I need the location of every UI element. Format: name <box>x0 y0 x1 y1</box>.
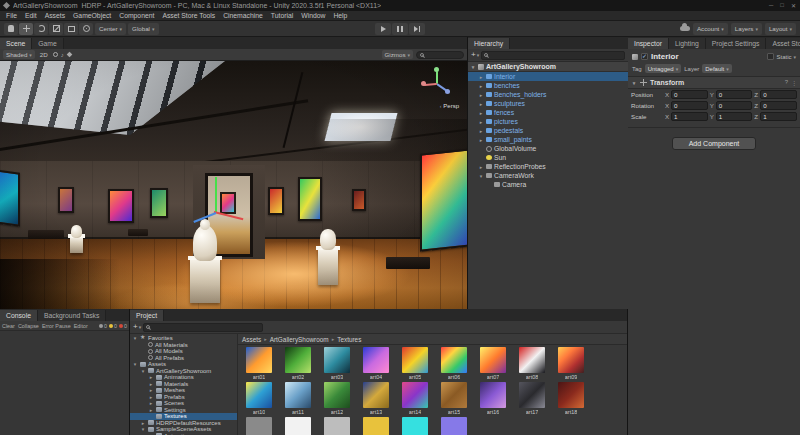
rect-tool-button[interactable] <box>64 23 78 35</box>
asset-tile[interactable]: art11 <box>280 382 316 415</box>
asset-tile[interactable]: art02 <box>280 347 316 380</box>
asset-tile[interactable]: art09 <box>553 347 589 380</box>
asset-tile[interactable]: art05 <box>397 347 433 380</box>
panel-tab[interactable]: Game <box>32 38 64 49</box>
create-object-button[interactable]: +▾ <box>471 51 479 59</box>
scene-root-row[interactable]: ▾ ArtGalleryShowroom <box>468 62 628 72</box>
panel-tab[interactable]: Project <box>130 310 164 321</box>
expand-arrow-icon[interactable]: ▸ <box>478 110 484 116</box>
panel-tab[interactable]: Project Settings <box>706 38 767 49</box>
expand-arrow-icon[interactable]: ▸ <box>148 407 154 413</box>
cloud-services-icon[interactable] <box>680 26 690 31</box>
asset-tile[interactable]: art06 <box>436 347 472 380</box>
expand-arrow-icon[interactable]: ▾ <box>140 426 146 432</box>
gizmos-dropdown[interactable]: Gizmos▾ <box>382 50 414 59</box>
expand-arrow-icon[interactable]: ▾ <box>470 64 476 70</box>
asset-tile[interactable]: art08 <box>514 347 550 380</box>
layout-dropdown[interactable]: Layout▾ <box>765 23 796 35</box>
expand-arrow-icon[interactable]: ▸ <box>478 137 484 143</box>
z-value-field[interactable]: 0 <box>760 101 797 110</box>
console-toolbar-button[interactable]: Collapse <box>18 323 39 329</box>
hand-tool-button[interactable] <box>4 23 18 35</box>
hierarchy-item[interactable]: ▸ Interior <box>468 72 628 81</box>
menu-item[interactable]: Help <box>329 12 351 19</box>
scale-tool-button[interactable] <box>49 23 63 35</box>
asset-tile[interactable]: art15 <box>436 382 472 415</box>
step-button[interactable] <box>409 23 425 35</box>
panel-tab[interactable]: Console <box>0 310 38 321</box>
asset-tile[interactable]: art01 <box>241 347 277 380</box>
asset-tile[interactable]: art13 <box>358 382 394 415</box>
asset-tile[interactable]: art04 <box>358 347 394 380</box>
menu-item[interactable]: Assets <box>41 12 69 19</box>
expand-arrow-icon[interactable]: ▸ <box>148 381 154 387</box>
space-toggle-button[interactable]: Global▾ <box>128 23 158 35</box>
menu-item[interactable]: Tutorial <box>267 12 297 19</box>
menu-item[interactable]: Asset Store Tools <box>158 12 219 19</box>
layers-dropdown[interactable]: Layers▾ <box>731 23 762 35</box>
panel-tab[interactable]: Asset Store Validator <box>766 38 800 49</box>
asset-tile[interactable]: art10 <box>241 382 277 415</box>
expand-arrow-icon[interactable]: ▾ <box>631 80 637 86</box>
hierarchy-item[interactable]: ▸ benches <box>468 81 628 90</box>
expand-arrow-icon[interactable]: ▸ <box>140 420 146 426</box>
expand-arrow-icon[interactable]: ▸ <box>478 101 484 107</box>
console-toolbar-button[interactable]: Editor <box>74 323 88 329</box>
asset-tile[interactable]: gray <box>241 417 277 435</box>
menu-item[interactable]: Component <box>115 12 158 19</box>
expand-arrow-icon[interactable]: ▸ <box>148 374 154 380</box>
scene-lighting-icon[interactable] <box>53 52 58 57</box>
hierarchy-item[interactable]: ▸ pictures <box>468 117 628 126</box>
asset-tile[interactable]: art18 <box>553 382 589 415</box>
asset-tile[interactable]: floor_normalmap <box>436 417 472 435</box>
expand-arrow-icon[interactable]: ▾ <box>132 361 138 367</box>
window-control-button[interactable]: □ <box>780 2 784 9</box>
asset-tile[interactable]: white <box>280 417 316 435</box>
transform-tool-button[interactable] <box>79 23 93 35</box>
pause-button[interactable] <box>392 23 408 35</box>
chevron-down-icon[interactable]: ▾ <box>793 54 796 60</box>
hierarchy-item[interactable]: ▸ small_paints <box>468 135 628 144</box>
z-value-field[interactable]: 1 <box>760 112 797 121</box>
asset-tile[interactable]: art17 <box>514 382 550 415</box>
scene-search-input[interactable] <box>416 51 464 59</box>
panel-tab[interactable]: Inspector <box>628 38 669 49</box>
hierarchy-search-input[interactable] <box>481 51 625 60</box>
console-toolbar-button[interactable]: Clear <box>2 323 15 329</box>
panel-tab[interactable]: Hierarchy <box>468 38 510 49</box>
panel-tab[interactable]: Scene <box>0 38 32 49</box>
x-value-field[interactable]: 0 <box>671 101 708 110</box>
z-value-field[interactable]: 0 <box>760 90 797 99</box>
menu-item[interactable]: Cinemachine <box>219 12 267 19</box>
window-control-button[interactable]: ✕ <box>791 2 796 9</box>
info-count[interactable]: 0 <box>99 323 107 329</box>
x-value-field[interactable]: 0 <box>671 90 708 99</box>
gizmo-z-cap[interactable] <box>445 89 450 94</box>
expand-arrow-icon[interactable]: ▾ <box>132 335 138 341</box>
layer-dropdown[interactable]: Default▾ <box>702 64 732 73</box>
menu-item[interactable]: GameObject <box>69 12 115 19</box>
hierarchy-item[interactable]: ▾ CameraWork <box>468 171 628 180</box>
asset-tile[interactable]: art16 <box>475 382 511 415</box>
expand-arrow-icon[interactable]: ▾ <box>140 368 146 374</box>
console-log-area[interactable] <box>0 331 129 435</box>
expand-arrow-icon[interactable]: ▸ <box>148 400 154 406</box>
expand-arrow-icon[interactable]: ▸ <box>478 119 484 125</box>
help-icon[interactable]: ? <box>785 79 788 86</box>
perspective-mode-label[interactable]: ‹Persp <box>440 103 459 109</box>
scene-orientation-gizmo[interactable] <box>421 67 455 101</box>
play-button[interactable] <box>375 23 391 35</box>
tag-dropdown[interactable]: Untagged▾ <box>645 64 682 73</box>
y-value-field[interactable]: 0 <box>716 90 753 99</box>
breadcrumb-item[interactable]: ArtGalleryShowroom <box>261 336 328 343</box>
asset-tile[interactable]: gray_light <box>319 417 355 435</box>
hierarchy-item[interactable]: ▸ Benches_holders <box>468 90 628 99</box>
gizmo-y-cap[interactable] <box>434 67 439 72</box>
hierarchy-item[interactable]: ▸ sculptures <box>468 99 628 108</box>
hierarchy-item[interactable]: ▸ fences <box>468 108 628 117</box>
project-search-input[interactable] <box>143 323 263 332</box>
hierarchy-item[interactable]: Camera <box>468 180 628 189</box>
transform-component-header[interactable]: ▾ Transform ?⋮ <box>628 77 800 89</box>
asset-tile[interactable]: art07 <box>475 347 511 380</box>
panel-tab[interactable]: Background Tasks <box>38 310 106 321</box>
